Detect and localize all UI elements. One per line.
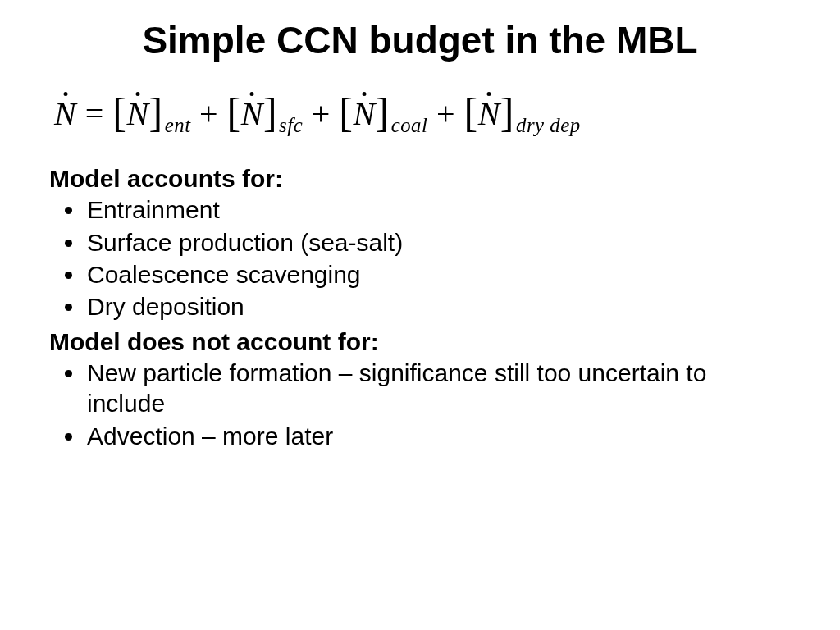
eq-term3-sub: coal xyxy=(391,114,428,136)
list-item: Surface production (sea-salt) xyxy=(85,227,791,258)
eq-term4-var: N xyxy=(478,94,500,133)
eq-term4-sub: dry dep xyxy=(516,114,581,136)
list-item: Dry deposition xyxy=(85,291,791,322)
list-item: New particle formation – significance st… xyxy=(85,358,791,418)
slide: Simple CCN budget in the MBL N = [N]ent … xyxy=(0,0,840,630)
eq-term2-var: N xyxy=(241,94,263,133)
eq-term3-var: N xyxy=(353,94,375,133)
section2-heading: Model does not account for: xyxy=(49,328,791,356)
list-item: Entrainment xyxy=(85,194,791,225)
eq-term1-sub: ent xyxy=(165,114,191,136)
section2-list: New particle formation – significance st… xyxy=(49,358,791,451)
eq-lhs-var: N xyxy=(54,94,76,133)
eq-term1-var: N xyxy=(126,94,148,133)
slide-title: Simple CCN budget in the MBL xyxy=(49,18,791,62)
section1-list: Entrainment Surface production (sea-salt… xyxy=(49,194,791,322)
eq-term2-sub: sfc xyxy=(279,114,303,136)
list-item: Coalescence scavenging xyxy=(85,259,791,290)
budget-equation: N = [N]ent + [N]sfc + [N]coal + [N]dry d… xyxy=(54,87,791,137)
section1-heading: Model accounts for: xyxy=(49,165,791,193)
list-item: Advection – more later xyxy=(85,421,791,451)
